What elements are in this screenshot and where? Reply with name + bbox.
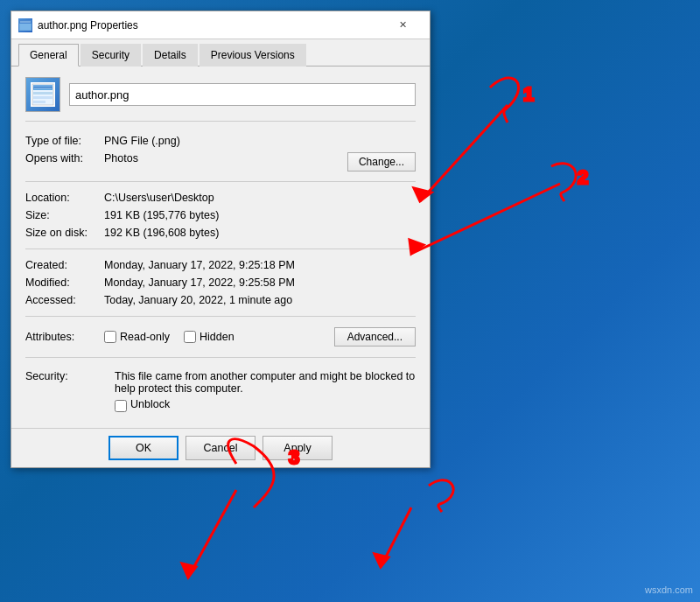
readonly-label: Read-only (120, 331, 170, 343)
tabs-bar: General Security Details Previous Versio… (11, 39, 430, 66)
change-button[interactable]: Change... (347, 152, 416, 172)
file-icon-inner (31, 82, 55, 107)
security-label: Security: (25, 370, 104, 382)
unblock-checkbox[interactable] (115, 400, 127, 412)
svg-rect-5 (34, 86, 52, 89)
security-row: Security: This file came from another co… (25, 365, 416, 417)
content-area: Type of file: PNG File (.png) Opens with… (11, 66, 430, 428)
title-bar-left: author.png Properties (18, 18, 138, 32)
modified-value: Monday, January 17, 2022, 9:25:58 PM (104, 276, 416, 289)
file-type-label: Type of file: (25, 135, 104, 147)
size-value: 191 KB (195,776 bytes) (104, 209, 416, 221)
cancel-button[interactable]: Cancel (186, 436, 256, 460)
location-size-section: Location: C:\Users\user\Desktop Size: 19… (25, 189, 416, 249)
file-type-value: PNG File (.png) (104, 135, 416, 147)
svg-rect-6 (33, 92, 52, 94)
attributes-label: Attributes: (25, 331, 104, 343)
dialog-title: author.png Properties (38, 19, 138, 32)
location-label: Location: (25, 192, 104, 204)
tab-security[interactable]: Security (80, 44, 141, 66)
dialog-icon (18, 18, 32, 32)
file-type-row: Type of file: PNG File (.png) (25, 132, 416, 150)
hidden-checkbox-item: Hidden (184, 331, 234, 343)
svg-rect-4 (33, 85, 52, 90)
accessed-value: Today, January 20, 2022, 1 minute ago (104, 294, 416, 306)
security-text: This file came from another computer and… (115, 370, 415, 395)
apply-button[interactable]: Apply (262, 436, 332, 460)
tab-details[interactable]: Details (143, 44, 198, 66)
svg-rect-2 (20, 21, 31, 23)
modified-label: Modified: (25, 276, 104, 289)
dialog-footer: OK Cancel Apply (11, 428, 430, 467)
opens-with-value: Photos (104, 152, 340, 164)
tab-general[interactable]: General (18, 44, 79, 66)
hidden-label: Hidden (200, 331, 234, 343)
file-icon (25, 77, 60, 112)
modified-row: Modified: Monday, January 17, 2022, 9:25… (25, 274, 416, 291)
attributes-row: Attributes: Read-only Hidden Advanced... (25, 324, 416, 350)
location-value: C:\Users\user\Desktop (104, 192, 416, 204)
dates-section: Created: Monday, January 17, 2022, 9:25:… (25, 256, 416, 317)
hidden-checkbox[interactable] (184, 331, 196, 343)
opens-with-row: Opens with: Photos Change... (25, 150, 416, 174)
type-opens-section: Type of file: PNG File (.png) Opens with… (25, 132, 416, 182)
unblock-area: Unblock (115, 398, 416, 412)
attributes-section: Attributes: Read-only Hidden Advanced... (25, 324, 416, 358)
filename-row (25, 77, 416, 122)
readonly-checkbox[interactable] (104, 331, 116, 343)
svg-rect-8 (33, 101, 46, 103)
svg-rect-7 (33, 96, 52, 99)
watermark: wsxdn.com (645, 584, 693, 595)
advanced-button[interactable]: Advanced... (334, 327, 416, 346)
tab-previous-versions[interactable]: Previous Versions (200, 44, 306, 66)
filename-input[interactable] (69, 83, 416, 106)
size-row: Size: 191 KB (195,776 bytes) (25, 206, 416, 224)
close-button[interactable]: ✕ (382, 17, 423, 34)
size-on-disk-value: 192 KB (196,608 bytes) (104, 227, 416, 239)
ok-button[interactable]: OK (108, 436, 178, 460)
size-on-disk-row: Size on disk: 192 KB (196,608 bytes) (25, 224, 416, 242)
created-label: Created: (25, 259, 104, 271)
size-label: Size: (25, 209, 104, 221)
opens-with-label: Opens with: (25, 152, 104, 164)
created-value: Monday, January 17, 2022, 9:25:18 PM (104, 259, 416, 271)
unblock-label: Unblock (130, 398, 170, 410)
title-bar: author.png Properties ✕ (11, 11, 430, 39)
title-bar-controls: ✕ (382, 17, 423, 34)
size-on-disk-label: Size on disk: (25, 227, 104, 239)
created-row: Created: Monday, January 17, 2022, 9:25:… (25, 256, 416, 274)
location-row: Location: C:\Users\user\Desktop (25, 189, 416, 206)
accessed-row: Accessed: Today, January 20, 2022, 1 min… (25, 291, 416, 309)
security-content: This file came from another computer and… (115, 370, 416, 412)
readonly-checkbox-item: Read-only (104, 331, 170, 343)
accessed-label: Accessed: (25, 294, 104, 306)
properties-dialog: author.png Properties ✕ General Security… (10, 10, 430, 468)
